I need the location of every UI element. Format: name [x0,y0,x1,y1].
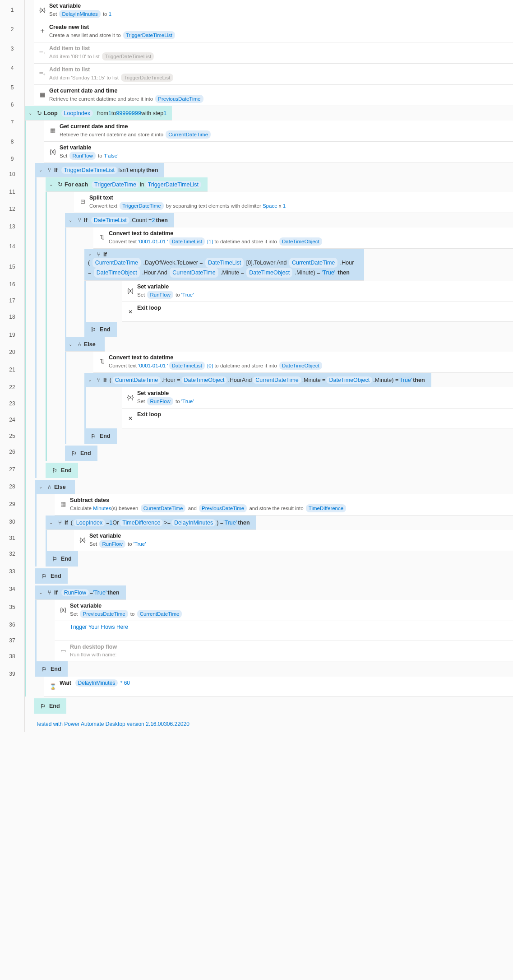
if-header[interactable]: ⌄ ⑂ If TriggerDateTimeList Isn't empty t… [35,163,164,177]
end-block[interactable]: ⚐End [46,463,78,478]
flag-icon: ⚐ [42,666,47,673]
line-num: 16 [0,276,24,293]
step-desc: Set RunFlow to 'False' [60,152,509,160]
chevron-down-icon: ⌄ [88,377,94,382]
step-title: Convert text to datetime [109,354,509,361]
line-num: 33 [0,562,24,581]
step-desc: Set RunFlow to 'True' [137,291,509,299]
chevron-down-icon: ⌄ [39,590,45,595]
step-title: Set variable [137,390,509,396]
step-title: Exit loop [137,305,509,311]
step-exit-loop[interactable]: ✕ Exit loop [122,409,513,428]
step-wait[interactable]: ⌛ Wait DelayInMinutes * 60 [44,677,513,697]
step-set-variable[interactable]: {x} Set variable Set DelayInMinutes to 1 [34,0,513,21]
branch-icon: ⑃ [45,484,54,490]
if-header[interactable]: ⌄ ⑂ If ( LoopIndex = 1 Or TimeDifference… [46,516,256,530]
step-set-variable[interactable]: {x} Set variable Set RunFlow to 'False' [44,142,513,163]
flag-icon: ⚐ [52,467,57,474]
text-icon: ⊟ [80,198,85,205]
step-convert-text[interactable]: ⇅ Convert text to datetime Convert text … [93,228,513,249]
line-num: 3 [0,39,24,58]
step-get-datetime[interactable]: ▦ Get current date and time Retrieve the… [34,85,513,106]
branch-icon: ⑂ [45,167,54,173]
step-desc: Create a new list and store it to Trigge… [49,31,509,39]
if-header[interactable]: ⌄ ⑂ If ( CurrentDateTime .DayOfWeek.ToLo… [84,249,364,281]
variable-icon: {x} [127,288,134,294]
step-title: Add item to list [49,45,509,51]
flag-icon: ⚐ [91,433,96,440]
end-block[interactable]: ⚐End [65,446,97,461]
step-subtract-dates[interactable]: ▦ Subtract dates Calculate Minutes(s) be… [55,494,513,516]
if-header[interactable]: ⌄ ⑂ If DateTimeList .Count = 2 then [65,213,174,228]
loop-header[interactable]: ⌄ ↻ Loop LoopIndex from 1 to 99999999 wi… [25,106,172,121]
step-run-flow-disabled[interactable]: ▭ Run desktop flow Run flow with name: [55,641,513,661]
calendar-icon: ▦ [50,127,55,134]
close-icon: ✕ [128,309,133,315]
foreach-header[interactable]: ⌄ ↻ For each TriggerDateTime in TriggerD… [46,177,208,192]
footer-note: Tested with Power Automate Desktop versi… [25,714,513,732]
end-block[interactable]: ⚐End [35,661,68,677]
flag-icon: ⚐ [42,573,47,580]
line-num: 35 [0,597,24,617]
plus-icon: ＋ [39,26,46,36]
line-num: 28 [0,479,24,494]
flag-icon: ⚐ [91,326,96,333]
else-header[interactable]: ⌄ ⑃ Else [65,337,105,352]
branch-icon: ⑂ [45,590,54,596]
line-num: 37 [0,633,24,648]
step-title: Create new list [49,24,509,30]
step-title: Subtract dates [70,497,509,503]
flag-icon: ⚐ [52,556,57,562]
variable-icon: {x} [79,537,86,543]
step-set-variable[interactable]: {x} Set variable Set RunFlow to 'True' [74,530,513,551]
step-get-datetime[interactable]: ▦ Get current date and time Retrieve the… [44,121,513,142]
line-num: 18 [0,309,24,325]
step-create-list[interactable]: ＋ Create new list Create a new list and … [34,21,513,42]
step-desc: Convert text TriggerDateTime by separati… [89,202,509,210]
end-block[interactable]: ⚐End [46,551,78,567]
else-header[interactable]: ⌄ ⑃ Else [35,480,75,494]
step-desc: Retrieve the current datetime and store … [49,95,509,103]
step-title: Wait [60,680,71,686]
line-num: 34 [0,581,24,597]
line-num: 9 [0,151,24,167]
step-convert-text[interactable]: ⇅ Convert text to datetime Convert text … [93,352,513,373]
if-header[interactable]: ⌄ ⑂ If ( CurrentDateTime .Hour = DateTim… [84,373,431,387]
line-num: 30 [0,514,24,530]
step-split-text[interactable]: ⊟ Split text Convert text TriggerDateTim… [74,192,513,213]
line-num: 36 [0,617,24,633]
step-set-variable[interactable]: {x} Set variable Set PreviousDateTime to… [55,600,513,621]
variable-icon: {x} [39,7,46,13]
end-block[interactable]: ⚐End [84,428,117,444]
chevron-down-icon: ⌄ [39,167,45,172]
end-block[interactable]: ⚐End [84,322,117,337]
if-header[interactable]: ⌄ ⑂ If RunFlow = 'True' then [35,585,126,600]
add-item-icon: ═+ [39,70,45,77]
step-exit-loop[interactable]: ✕ Exit loop [122,302,513,322]
end-block[interactable]: ⚐End [35,568,68,584]
branch-icon: ⑂ [75,217,84,223]
branch-icon: ⑂ [94,251,103,258]
comment-text: Trigger Your Flows Here [70,624,509,630]
chevron-down-icon: ⌄ [88,251,94,256]
end-block[interactable]: ⚐End [34,698,66,714]
step-add-item-disabled[interactable]: ═+ Add item to list Add item 'Sunday 11:… [34,64,513,85]
var-token: PreviousDateTime [155,95,203,103]
line-num: 12 [0,201,24,217]
flag-icon: ⚐ [40,703,46,710]
line-num: 1 [0,0,24,19]
variable-icon: {x} [127,394,134,400]
line-num: 31 [0,530,24,546]
line-num: 24 [0,412,24,428]
step-set-variable[interactable]: {x} Set variable Set RunFlow to 'True' [122,281,513,302]
var-token: TriggerDateTimeList [123,31,175,39]
var-token: DelayInMinutes [59,10,100,18]
branch-icon: ⑂ [55,520,65,526]
line-num: 39 [0,664,24,683]
step-comment[interactable]: Trigger Your Flows Here [55,621,513,641]
step-set-variable[interactable]: {x} Set variable Set RunFlow to 'True' [122,387,513,409]
chevron-down-icon: ⌄ [28,111,35,116]
step-title: Get current date and time [49,88,509,94]
line-num: 21 [0,360,24,379]
step-add-item-disabled[interactable]: ═+ Add item to list Add item '08:10' to … [34,42,513,64]
